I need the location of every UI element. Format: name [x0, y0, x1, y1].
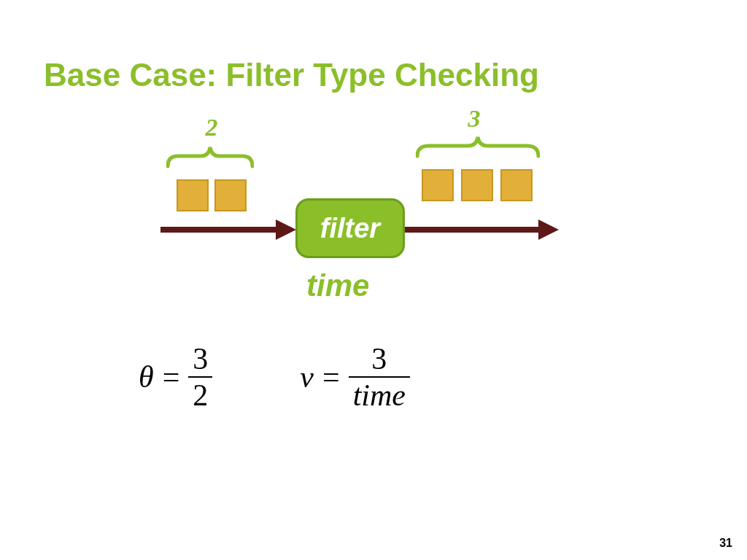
slide: Base Case: Filter Type Checking 2 3: [0, 0, 747, 560]
theta-numerator: 3: [188, 343, 212, 375]
left-group-count: 2: [197, 114, 226, 141]
equations-row: θ = 3 2 ν = 3 time: [139, 343, 613, 411]
equals-sign: =: [163, 359, 180, 394]
time-label: time: [306, 268, 369, 303]
page-number: 31: [719, 537, 732, 550]
equation-theta: θ = 3 2: [139, 343, 212, 411]
fraction-theta: 3 2: [188, 343, 212, 411]
packet-box: [422, 169, 454, 201]
theta-symbol: θ: [139, 359, 154, 394]
nu-denominator: time: [349, 379, 410, 411]
packet-box: [177, 179, 209, 211]
brace-right-icon: [416, 133, 540, 159]
right-group-count: 3: [460, 105, 489, 133]
nu-numerator: 3: [367, 343, 391, 375]
packet-box: [214, 179, 247, 211]
fraction-bar-icon: [349, 376, 410, 378]
equation-nu: ν = 3 time: [300, 343, 410, 411]
page-title: Base Case: Filter Type Checking: [44, 57, 539, 93]
filter-node: filter: [295, 198, 405, 258]
equals-sign: =: [322, 359, 340, 394]
theta-denominator: 2: [188, 379, 212, 411]
fraction-nu: 3 time: [349, 343, 410, 411]
fraction-bar-icon: [188, 376, 212, 378]
filter-node-label: filter: [320, 213, 380, 244]
filter-diagram: 2 3 filter: [168, 117, 576, 321]
nu-symbol: ν: [300, 359, 314, 394]
brace-left-icon: [166, 143, 254, 169]
packet-box: [461, 169, 493, 201]
packet-box: [500, 169, 533, 201]
